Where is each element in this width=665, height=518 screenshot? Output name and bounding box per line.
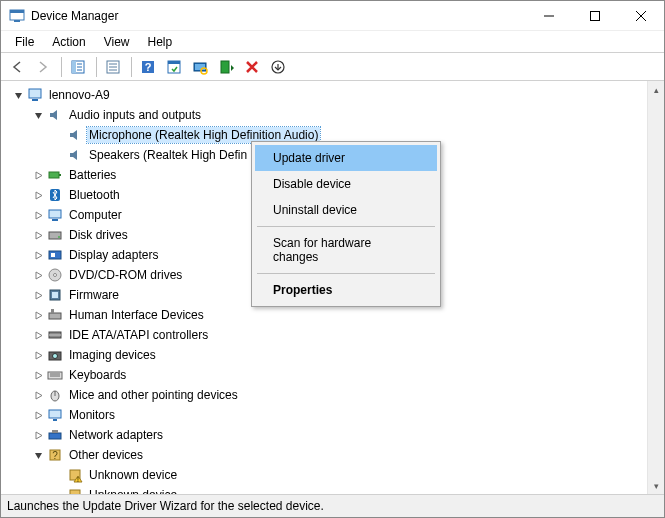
chevron-right-icon[interactable] bbox=[31, 168, 45, 182]
svg-rect-19 bbox=[168, 61, 180, 64]
disable-icon[interactable] bbox=[266, 55, 290, 79]
svg-text:?: ? bbox=[145, 61, 152, 73]
minimize-button[interactable] bbox=[526, 1, 572, 30]
chevron-right-icon[interactable] bbox=[31, 288, 45, 302]
svg-point-45 bbox=[53, 354, 58, 359]
chevron-right-icon[interactable] bbox=[31, 368, 45, 382]
chevron-down-icon[interactable] bbox=[31, 108, 45, 122]
chevron-right-icon[interactable] bbox=[31, 348, 45, 362]
chevron-right-icon[interactable] bbox=[31, 208, 45, 222]
show-hide-console-tree-icon[interactable] bbox=[66, 55, 90, 79]
tree-label: Imaging devices bbox=[67, 347, 158, 363]
menu-action[interactable]: Action bbox=[44, 33, 93, 51]
svg-rect-25 bbox=[29, 89, 41, 98]
tree-label: Mice and other pointing devices bbox=[67, 387, 240, 403]
tree-item-unknown[interactable]: ! Unknown device bbox=[7, 485, 647, 494]
menu-view[interactable]: View bbox=[96, 33, 138, 51]
tree-label: Other devices bbox=[67, 447, 145, 463]
chevron-down-icon[interactable] bbox=[11, 88, 25, 102]
close-button[interactable] bbox=[618, 1, 664, 30]
scroll-track[interactable] bbox=[648, 98, 664, 477]
tree-item-imaging[interactable]: Imaging devices bbox=[7, 345, 647, 365]
menu-bar: File Action View Help bbox=[1, 31, 664, 53]
maximize-button[interactable] bbox=[572, 1, 618, 30]
svg-text:?: ? bbox=[52, 450, 58, 461]
status-text: Launches the Update Driver Wizard for th… bbox=[7, 499, 324, 513]
spacer bbox=[51, 148, 65, 162]
tree-label: IDE ATA/ATAPI controllers bbox=[67, 327, 210, 343]
svg-rect-31 bbox=[52, 219, 58, 221]
hid-icon bbox=[47, 307, 63, 323]
tree-item-keyboards[interactable]: Keyboards bbox=[7, 365, 647, 385]
tree-label: DVD/CD-ROM drives bbox=[67, 267, 184, 283]
spacer bbox=[51, 488, 65, 494]
menu-file[interactable]: File bbox=[7, 33, 42, 51]
bluetooth-icon bbox=[47, 187, 63, 203]
svg-rect-41 bbox=[51, 309, 54, 313]
computer-icon bbox=[47, 207, 63, 223]
tree-root[interactable]: lennovo-A9 bbox=[7, 85, 647, 105]
spacer bbox=[51, 468, 65, 482]
display-adapter-icon bbox=[47, 247, 63, 263]
tree-item-netadapters[interactable]: Network adapters bbox=[7, 425, 647, 445]
action-icon[interactable] bbox=[162, 55, 186, 79]
ctx-separator bbox=[257, 226, 435, 227]
chevron-right-icon[interactable] bbox=[31, 388, 45, 402]
tree-label: Display adapters bbox=[67, 247, 160, 263]
ctx-uninstall-device[interactable]: Uninstall device bbox=[255, 197, 437, 223]
chevron-down-icon[interactable] bbox=[31, 448, 45, 462]
uninstall-icon[interactable] bbox=[240, 55, 264, 79]
tree-item-ide[interactable]: IDE ATA/ATAPI controllers bbox=[7, 325, 647, 345]
tree-label: Monitors bbox=[67, 407, 117, 423]
chevron-right-icon[interactable] bbox=[31, 308, 45, 322]
help-icon[interactable]: ? bbox=[136, 55, 160, 79]
forward-button[interactable] bbox=[31, 55, 55, 79]
vertical-scrollbar[interactable]: ▴ ▾ bbox=[647, 81, 664, 494]
svg-rect-27 bbox=[49, 172, 59, 178]
tree-item-audio[interactable]: Audio inputs and outputs bbox=[7, 105, 647, 125]
tree-item-unknown[interactable]: ! Unknown device bbox=[7, 465, 647, 485]
mouse-icon bbox=[47, 387, 63, 403]
keyboard-icon bbox=[47, 367, 63, 383]
disk-icon bbox=[47, 227, 63, 243]
back-button[interactable] bbox=[5, 55, 29, 79]
toolbar-separator bbox=[96, 57, 97, 77]
context-menu: Update driver Disable device Uninstall d… bbox=[251, 141, 441, 307]
update-driver-icon[interactable] bbox=[214, 55, 238, 79]
speaker-icon bbox=[67, 127, 83, 143]
scan-hardware-icon[interactable] bbox=[188, 55, 212, 79]
speaker-icon bbox=[67, 147, 83, 163]
svg-rect-53 bbox=[49, 433, 61, 439]
ctx-separator bbox=[257, 273, 435, 274]
menu-help[interactable]: Help bbox=[140, 33, 181, 51]
ctx-disable-device[interactable]: Disable device bbox=[255, 171, 437, 197]
chevron-right-icon[interactable] bbox=[31, 188, 45, 202]
chevron-right-icon[interactable] bbox=[31, 428, 45, 442]
scroll-up-button[interactable]: ▴ bbox=[648, 81, 664, 98]
tree-label: Keyboards bbox=[67, 367, 128, 383]
chevron-right-icon[interactable] bbox=[31, 228, 45, 242]
tree-label: Disk drives bbox=[67, 227, 130, 243]
chevron-right-icon[interactable] bbox=[31, 248, 45, 262]
toolbar-separator bbox=[131, 57, 132, 77]
chevron-right-icon[interactable] bbox=[31, 408, 45, 422]
tree-item-monitors[interactable]: Monitors bbox=[7, 405, 647, 425]
ctx-properties[interactable]: Properties bbox=[255, 277, 437, 303]
firmware-icon bbox=[47, 287, 63, 303]
ctx-scan-hardware[interactable]: Scan for hardware changes bbox=[255, 230, 437, 270]
properties-icon[interactable] bbox=[101, 55, 125, 79]
svg-text:!: ! bbox=[77, 476, 79, 483]
scroll-down-button[interactable]: ▾ bbox=[648, 477, 664, 494]
tree-item-mice[interactable]: Mice and other pointing devices bbox=[7, 385, 647, 405]
network-icon bbox=[47, 427, 63, 443]
tree-item-otherdevices[interactable]: ? Other devices bbox=[7, 445, 647, 465]
ctx-update-driver[interactable]: Update driver bbox=[255, 145, 437, 171]
chevron-right-icon[interactable] bbox=[31, 268, 45, 282]
chevron-right-icon[interactable] bbox=[31, 328, 45, 342]
tree-label: lennovo-A9 bbox=[47, 87, 112, 103]
tree-item-hid[interactable]: Human Interface Devices bbox=[7, 305, 647, 325]
svg-rect-30 bbox=[49, 210, 61, 218]
window-buttons bbox=[526, 1, 664, 30]
battery-icon bbox=[47, 167, 63, 183]
svg-rect-40 bbox=[49, 313, 61, 319]
